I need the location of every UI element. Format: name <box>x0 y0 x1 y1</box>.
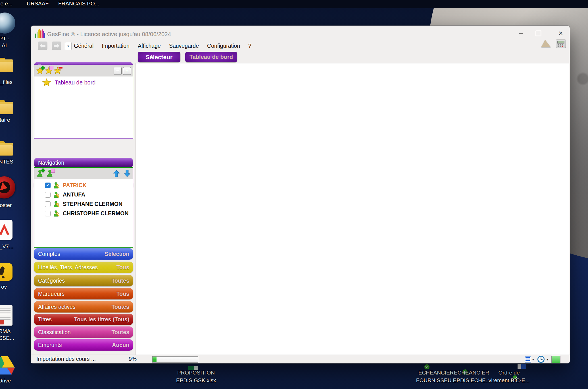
desktop-icon-booster[interactable]: ooster <box>0 176 24 209</box>
clock-icon[interactable] <box>537 355 545 363</box>
desktop-icon-label: itaire <box>0 117 24 123</box>
header-label: Navigation <box>38 160 133 166</box>
checkbox[interactable]: ✓ <box>45 183 51 188</box>
desktop-icon-pdf[interactable]: le_V7... <box>0 220 24 250</box>
status-green-indicator[interactable] <box>551 356 560 363</box>
menu-configuration[interactable]: Configuration <box>207 43 240 49</box>
desktop-icon-label: NSSE... <box>0 335 24 342</box>
desktop-icon-label: PT - <box>0 35 24 42</box>
folder-icon <box>0 58 13 72</box>
nav-history-dropdown[interactable]: ▾ <box>65 42 72 50</box>
collapse-button[interactable]: − <box>114 67 122 75</box>
menu-importation[interactable]: Importation <box>102 43 130 49</box>
desktop-icon-label[interactable]: EPDIS GSK.xlsx <box>176 377 216 384</box>
desktop-icon-folder[interactable]: itaire <box>0 100 24 123</box>
edit-titulaire-button[interactable] <box>46 169 54 177</box>
sidebar-section-comptes[interactable]: Comptes Sélection <box>34 248 133 260</box>
window-title: GesFine ® - Licence active jusqu'au 08/0… <box>47 30 171 39</box>
checkbox[interactable] <box>45 201 51 207</box>
titulaire-row[interactable]: ANTUFA <box>45 190 85 199</box>
navigation-header[interactable]: Navigation <box>34 158 133 167</box>
remove-favorite-button[interactable] <box>54 67 62 75</box>
chevron-down-icon: ▾ <box>67 44 69 48</box>
star-icon <box>42 78 51 87</box>
desktop-icon-drive[interactable]: Drive <box>0 356 24 384</box>
sidebar-section-libelles[interactable]: Libellés, Tiers, Adresses Tous <box>34 262 133 273</box>
minus-overlay-icon <box>59 67 62 69</box>
calculator-icon[interactable] <box>556 40 566 48</box>
sidebar-section-categories[interactable]: Catégories Toutes <box>34 275 133 286</box>
nav-back-button[interactable] <box>38 42 47 50</box>
desktop-icon-label[interactable]: FRANCAIS PO... <box>58 1 99 7</box>
move-down-button[interactable] <box>124 170 130 177</box>
expand-button[interactable]: + <box>123 67 131 75</box>
titulaire-row[interactable]: CHRISTOPHE CLERMON <box>45 209 129 218</box>
add-titulaire-button[interactable] <box>36 169 44 177</box>
titulaire-row[interactable]: ✓ PATRICK <box>45 181 87 190</box>
desktop-icon-label[interactable]: virement BIC-E... <box>486 377 532 384</box>
titulaire-name: ANTUFA <box>63 191 85 198</box>
folder-icon <box>0 141 13 156</box>
nav-forward-button[interactable] <box>52 42 61 50</box>
section-label: Classification <box>38 329 112 336</box>
statusbar-separator <box>31 355 570 355</box>
add-favorite-button[interactable] <box>36 67 44 75</box>
checkbox[interactable] <box>45 192 51 198</box>
desktop-icon-folder[interactable]: ANTES <box>0 141 24 165</box>
minimize-button[interactable]: – <box>515 28 527 38</box>
desktop-icon-label: ooster <box>0 202 24 209</box>
sidebar-section-emprunts[interactable]: Emprunts Aucun <box>34 339 133 351</box>
chevron-down-icon[interactable]: ▾ <box>532 358 534 361</box>
titulaires-toolbar <box>34 168 133 179</box>
favoris-toolbar: − + <box>34 65 133 76</box>
desktop-icon-label[interactable]: Ordre de <box>486 370 532 376</box>
section-value: Tous <box>116 291 129 297</box>
chevron-down-icon[interactable]: ▾ <box>547 358 548 361</box>
move-up-button[interactable] <box>113 170 120 177</box>
gesfine-window: GesFine ® - Licence active jusqu'au 08/0… <box>31 26 570 363</box>
sidebar-section-marqueurs[interactable]: Marqueurs Tous <box>34 288 133 299</box>
folder-icon <box>0 100 13 114</box>
list-view-icon[interactable] <box>525 356 531 363</box>
section-label: Marqueurs <box>38 291 116 297</box>
section-label: Catégories <box>38 278 112 284</box>
close-button[interactable]: ✕ <box>555 29 566 38</box>
desktop-icon-label[interactable]: ce e... <box>0 1 12 7</box>
desktop-icon-yellow-app[interactable]: ov <box>0 263 24 290</box>
word-file-icon[interactable] <box>518 364 526 369</box>
booster-icon <box>0 176 15 198</box>
menu-affichage[interactable]: Affichage <box>138 43 161 49</box>
menu-general[interactable]: Général <box>74 43 93 49</box>
checkbox[interactable] <box>45 211 51 216</box>
sidebar-section-affaires[interactable]: Affaires actives Toutes <box>34 301 133 313</box>
sidebar-section-classification[interactable]: Classification Toutes <box>34 326 133 338</box>
section-value: Tous <box>116 264 129 271</box>
desktop-icon-globe[interactable]: PT - AI <box>0 13 24 49</box>
menu-sauvegarde[interactable]: Sauvegarde <box>169 43 199 49</box>
titulaire-row[interactable]: STEPHANE CLERMON <box>45 200 122 208</box>
desktop-icon-label: Drive <box>0 377 24 384</box>
desktop-icon-label: AI <box>0 42 24 49</box>
desktop-icon-document[interactable]: RMA NSSE... <box>0 305 24 342</box>
sidebar-section-titres[interactable]: Titres Tous les titres (Tous) <box>34 314 133 325</box>
menu-help[interactable]: ? <box>248 43 251 49</box>
desktop-icon-label[interactable]: URSAAF <box>27 1 49 7</box>
person-key-icon <box>53 191 61 198</box>
edit-favorite-button[interactable] <box>45 67 53 75</box>
progress-fill <box>153 357 157 362</box>
section-value: Aucun <box>112 342 129 348</box>
desktop-icon-label[interactable]: PROPOSITION <box>176 370 216 376</box>
desktop-icon-folder[interactable]: ix_files <box>0 58 24 86</box>
tab-selecteur[interactable]: Sélecteur <box>138 52 180 62</box>
check-badge-icon[interactable] <box>424 364 429 369</box>
titulaire-name: CHRISTOPHE CLERMON <box>63 210 129 217</box>
tab-tableau-de-bord[interactable]: Tableau de bord <box>185 52 237 62</box>
import-tool-icon[interactable] <box>541 40 551 47</box>
favorite-item-tableau-de-bord[interactable]: Tableau de bord <box>42 78 95 87</box>
app-logo-icon <box>35 29 45 38</box>
titulaire-name: STEPHANE CLERMON <box>63 201 122 207</box>
person-key-icon <box>53 182 61 189</box>
arrow-up-icon <box>113 170 120 177</box>
maximize-button[interactable] <box>536 31 541 36</box>
titulaire-name: PATRICK <box>63 182 87 189</box>
